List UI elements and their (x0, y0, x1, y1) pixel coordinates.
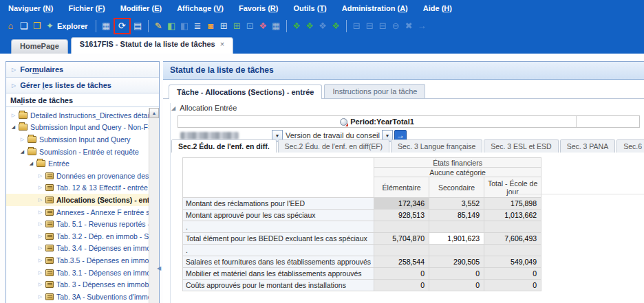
expand-arrow-icon[interactable]: ▷ (37, 234, 43, 239)
form-tab-1[interactable]: Sec.2 Édu. de l'enf. en diff(EF) (278, 139, 389, 153)
data-cell[interactable]: 258,544 (374, 256, 429, 268)
explorer-label[interactable]: Explorer (57, 22, 88, 30)
scroll-up-arrow-icon[interactable]: ▲ (149, 108, 159, 118)
form-tab-2[interactable]: Sec. 3 Langue française (391, 139, 482, 153)
menu-item-favoris[interactable]: Favoris (R) (239, 4, 278, 12)
menu-item-administration[interactable]: Administration (A) (342, 4, 408, 12)
data-cell[interactable]: 0 (429, 268, 484, 280)
data-cell[interactable]: 85,149 (429, 210, 484, 221)
spellcheck-icon[interactable]: ≣ (191, 19, 204, 33)
expand-arrow-icon[interactable]: ▷ (37, 185, 43, 190)
tree-item[interactable]: ▷Tab. 3A - Subventions d'immobilisa (6, 291, 149, 303)
data-cell[interactable] (484, 245, 541, 256)
data-cell[interactable] (374, 221, 429, 233)
expand-arrow-icon[interactable]: ▷ (37, 210, 43, 215)
data-cell[interactable]: 1,013,662 (484, 210, 541, 221)
data-cell[interactable]: 0 (374, 268, 429, 280)
tree-item[interactable]: ◢Entrée (6, 157, 149, 170)
data-cell[interactable] (484, 221, 541, 233)
tree-item[interactable]: ▷Données en provenance des écoles (6, 170, 149, 182)
home-icon[interactable]: ⌂ (4, 19, 17, 33)
tree-item[interactable]: ▷Tab. 3 - Dépenses en immobilisatio (6, 278, 149, 291)
data-cell[interactable]: 175,898 (484, 198, 541, 210)
close-tab-icon[interactable]: × (220, 40, 224, 48)
adjust-data-icon[interactable]: ⊞ (217, 19, 230, 33)
expand-arrow-icon[interactable]: ▷ (37, 245, 43, 251)
tree-item[interactable]: ▷Annexes - Annexe F entrée seulem (6, 206, 149, 218)
supporting-detail-icon[interactable]: ⊞ (230, 19, 244, 33)
data-cell[interactable]: 0 (484, 280, 541, 291)
save-icon[interactable]: ▦ (100, 19, 113, 33)
expand-arrow-icon[interactable]: ▷ (37, 270, 43, 276)
expand-arrow-icon[interactable]: ▷ (19, 137, 25, 142)
form-tab-0[interactable]: Sec.2 Édu. de l'enf. en diff. (171, 139, 277, 153)
data-cell[interactable]: 1,901,623 (429, 233, 484, 245)
expand-arrow-icon[interactable]: ▷ (37, 294, 43, 300)
form-tab-5[interactable]: Sec.6 Édu. perm. et autres prog. (616, 139, 644, 153)
tree-item[interactable]: ▷Allocations (Sections) - entrée (6, 194, 149, 206)
tab-instructions[interactable]: Instructions pour la tâche (324, 84, 425, 98)
menu-item-fichier[interactable]: Fichier (F) (68, 4, 105, 12)
tree-item[interactable]: ▷Tab. 3.2 - Dép. en immob - Subv. p (6, 230, 149, 243)
refresh-icon[interactable]: ⟳ (116, 19, 129, 33)
edit-pencil-icon[interactable]: ✎ (152, 19, 165, 33)
tree-item[interactable]: ▷Tab.3.5 - Dépenses en immobilisati (6, 254, 149, 267)
workflow-approve-icon[interactable]: ❖ (330, 19, 343, 33)
print-icon[interactable]: ▤ (131, 19, 144, 33)
data-cell[interactable]: 0 (429, 280, 484, 291)
new-document-icon[interactable]: ❏ (17, 19, 30, 33)
cell-comment-icon[interactable]: ⊡ (244, 19, 257, 33)
data-cell[interactable]: 0 (484, 268, 541, 280)
workflow-reject-icon[interactable]: ❖ (303, 19, 316, 33)
form-tab-4[interactable]: Sec. 3 PANA (560, 139, 616, 153)
data-cell[interactable]: 0 (374, 280, 429, 291)
tree-item[interactable]: ◢Soumission - Entrée et requête (6, 146, 149, 158)
tree-item[interactable]: ▷Tab. 3.4 - Dépenses en immobilisat (6, 243, 149, 255)
form-tab-3[interactable]: Sec. 3 ESL et ESD (484, 139, 558, 153)
expand-arrow-icon[interactable]: ◢ (28, 161, 34, 166)
menu-item-outils[interactable]: Outils (T) (293, 4, 326, 12)
tree-item[interactable]: ▷Detailed Instructions_Directives détail… (6, 109, 149, 122)
expand-arrow-icon[interactable]: ▷ (10, 113, 17, 118)
lock-cell-icon[interactable]: ◙ (204, 19, 217, 33)
data-cell[interactable] (374, 245, 429, 256)
tree-item[interactable]: ▷Tab. 12 & 13 Effectif - entrée (6, 182, 149, 194)
expand-arrow-icon[interactable]: ◢ (10, 124, 17, 130)
tree-item[interactable]: ◢Submission Input and Query - Non-FS_Sou… (6, 122, 149, 134)
data-grid-icon[interactable]: ▦ (270, 19, 283, 33)
open-folder-icon[interactable]: ❒ (30, 19, 43, 33)
tab-homepage[interactable]: HomePage (11, 39, 68, 54)
data-cell[interactable]: 3,552 (429, 198, 484, 210)
data-cell[interactable]: 928,513 (374, 210, 429, 221)
business-rule-icon[interactable]: ❖ (257, 19, 270, 33)
data-cell[interactable]: 5,704,870 (374, 233, 429, 245)
expand-arrow-icon[interactable]: ▷ (37, 221, 43, 227)
expand-arrow-icon[interactable]: ▷ (37, 258, 43, 263)
expand-arrow-icon[interactable]: ▷ (37, 173, 43, 179)
data-cell[interactable]: 549,049 (484, 256, 541, 268)
tree-item[interactable]: ▷Submission Input and Query (6, 133, 149, 146)
sidebar-section-ma-liste-de-taches[interactable]: Ma liste de tâches (6, 93, 159, 107)
tab-task-allocations[interactable]: Tâche - Allocations (Sections) - entrée (169, 85, 322, 99)
sidebar-section-gerer-les-listes[interactable]: ▷Gérer les listes de tâches (6, 78, 159, 93)
menu-item-affichage[interactable]: Affichage (V) (177, 4, 224, 12)
group-allocation-entree[interactable]: ◢ Allocation Entrée (171, 104, 237, 112)
expand-arrow-icon[interactable]: ◢ (19, 149, 25, 155)
tab-tasklist-status[interactable]: S1617FIS - Statut de la liste de tâches× (71, 37, 233, 54)
tree-item[interactable]: ▷Tab. 3.1 - Dépenses en immobilisat (6, 267, 149, 279)
data-cell[interactable]: 172,346 (374, 198, 429, 210)
tree-item[interactable]: ▷Tab. 5.1 - Revenus reportés - Entré (6, 218, 149, 230)
member-selector-icon[interactable] (340, 118, 347, 126)
expand-arrow-icon[interactable]: ▷ (37, 197, 43, 203)
workflow-promote-icon[interactable]: ❖ (290, 19, 303, 33)
sidebar-section-formulaires[interactable]: ▷Formulaires (6, 62, 159, 78)
explorer-icon[interactable]: ✦ (43, 19, 56, 33)
data-cell[interactable]: 7,606,493 (484, 233, 541, 245)
promote-cell-icon[interactable]: ◧ (165, 19, 178, 33)
menu-item-naviguer[interactable]: Naviguer (N) (8, 4, 53, 12)
data-cell[interactable] (429, 221, 484, 233)
data-cell[interactable] (429, 245, 484, 256)
data-cell[interactable]: 290,505 (429, 256, 484, 268)
menu-item-aide[interactable]: Aide (H) (423, 4, 452, 12)
menu-item-modifier[interactable]: Modifier (E) (120, 4, 162, 12)
